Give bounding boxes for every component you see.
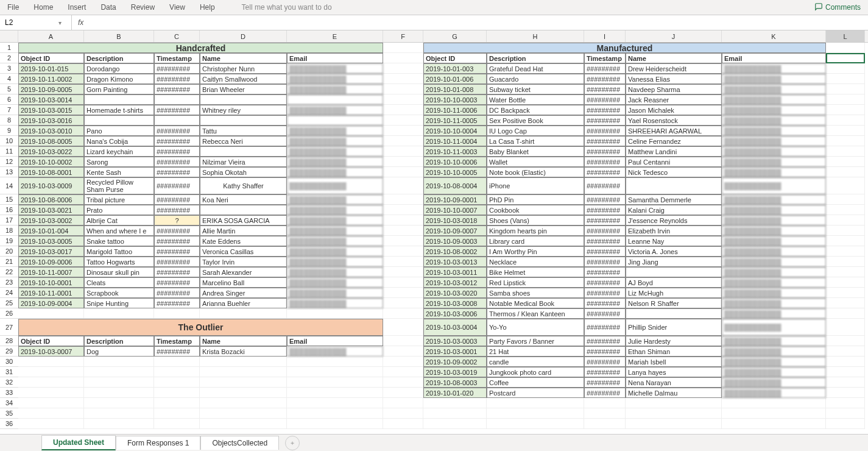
cell[interactable]: ████████████ (287, 136, 383, 146)
row-header[interactable]: 24 (0, 288, 18, 298)
cell[interactable]: 2019-10-03-0019 (423, 367, 487, 377)
cell[interactable] (287, 419, 383, 429)
row-header[interactable]: 26 (0, 308, 18, 319)
cell[interactable] (626, 267, 722, 277)
cell[interactable] (826, 388, 865, 398)
cell[interactable]: Caitlyn Smallwood (200, 74, 287, 84)
cell[interactable]: ######### (154, 346, 200, 357)
cell[interactable]: Taylor Irvin (200, 257, 287, 267)
cell[interactable] (826, 136, 865, 146)
cell[interactable] (487, 408, 584, 419)
cell[interactable]: ######### (154, 194, 200, 205)
add-sheet-button[interactable]: ＋ (285, 436, 300, 450)
cell[interactable]: ######### (154, 167, 200, 177)
cell[interactable] (826, 277, 865, 288)
cell[interactable] (287, 377, 383, 388)
cell[interactable]: Postcard (487, 388, 584, 398)
row-header[interactable]: 3 (0, 63, 18, 74)
cell[interactable] (826, 298, 865, 308)
cell[interactable] (383, 146, 423, 157)
cell[interactable] (826, 74, 865, 84)
cell[interactable] (826, 336, 865, 346)
cell[interactable]: ######### (154, 126, 200, 136)
cell[interactable] (18, 408, 84, 419)
cell[interactable]: ████████████ (722, 357, 826, 367)
cell[interactable]: Name (626, 53, 722, 63)
cell[interactable]: Nilzimar Vieira (200, 157, 287, 167)
cell[interactable] (826, 398, 865, 408)
cell[interactable]: ######### (584, 336, 626, 346)
row-header[interactable]: 12 (0, 157, 18, 167)
cell[interactable]: ████████████ (287, 205, 383, 215)
cell[interactable]: Julie Hardesty (626, 336, 722, 346)
col-header-C[interactable]: C (154, 30, 200, 42)
cell[interactable]: Rebecca Neri (200, 136, 287, 146)
row-header[interactable]: 33 (0, 388, 18, 398)
cell[interactable] (200, 377, 287, 388)
cell[interactable]: Albrije Cat (84, 215, 154, 226)
cell[interactable]: ████████████ (722, 126, 826, 136)
cell[interactable] (383, 105, 423, 115)
cell[interactable] (18, 419, 84, 429)
cell[interactable]: 2019-10-11-0005 (423, 115, 487, 126)
row-header[interactable]: 36 (0, 419, 18, 429)
row-header[interactable]: 31 (0, 367, 18, 377)
cell[interactable]: 21 Hat (487, 346, 584, 357)
cell[interactable]: Object ID (18, 336, 84, 346)
cell[interactable]: ######### (584, 277, 626, 288)
cell[interactable] (826, 246, 865, 257)
cell[interactable] (154, 357, 200, 367)
cell[interactable]: Sarong (84, 157, 154, 167)
cell[interactable]: Note book (Elastic) (487, 167, 584, 177)
cell[interactable] (584, 398, 626, 408)
cell[interactable]: Drew Heiderscheidt (626, 63, 722, 74)
row-header[interactable]: 7 (0, 105, 18, 115)
cell[interactable] (383, 94, 423, 105)
row-header[interactable]: 25 (0, 298, 18, 308)
cell[interactable]: Sarah Alexander (200, 267, 287, 277)
cell[interactable]: ████████████ (287, 63, 383, 74)
cell[interactable]: ████████████ (722, 277, 826, 288)
cell[interactable]: Navdeep Sharma (626, 84, 722, 94)
cell[interactable]: ████████████ (287, 126, 383, 136)
cell[interactable]: 2019-10-03-0005 (18, 236, 84, 246)
cell[interactable]: ████████████ (722, 257, 826, 267)
cell[interactable] (200, 398, 287, 408)
cell[interactable] (826, 84, 865, 94)
col-header-E[interactable]: E (287, 30, 383, 42)
cell[interactable] (200, 308, 287, 319)
cell[interactable]: Recycled Pillow Sham Purse (84, 177, 154, 194)
row-header[interactable]: 17 (0, 215, 18, 226)
cell[interactable]: Notable Medical Book (487, 298, 584, 308)
cell[interactable]: ######### (154, 298, 200, 308)
cell[interactable]: ######### (584, 298, 626, 308)
cell[interactable]: ######### (154, 63, 200, 74)
row-header[interactable]: 6 (0, 94, 18, 105)
row-header[interactable]: 23 (0, 277, 18, 288)
cell[interactable]: Kalani Craig (626, 205, 722, 215)
row-header[interactable]: 21 (0, 257, 18, 267)
cell[interactable] (383, 115, 423, 126)
cell[interactable] (826, 63, 865, 74)
cell[interactable] (287, 388, 383, 398)
cell[interactable]: ████████████ (722, 319, 826, 336)
cell[interactable]: IU Logo Cap (487, 126, 584, 136)
cell[interactable]: Yo-Yo (487, 319, 584, 336)
cell[interactable]: Vanessa Elias (626, 74, 722, 84)
cell[interactable] (626, 419, 722, 429)
cell[interactable]: 2019-10-03-0001 (423, 346, 487, 357)
cell[interactable] (287, 398, 383, 408)
cell[interactable]: 2019-10-01-006 (423, 74, 487, 84)
cell[interactable] (383, 367, 423, 377)
cell[interactable]: 2019-10-03-0010 (18, 126, 84, 136)
cell[interactable]: Sophia Okotah (200, 167, 287, 177)
cell[interactable]: SHREEHARI AGARWAL (626, 126, 722, 136)
cell[interactable] (383, 84, 423, 94)
cell[interactable] (84, 94, 154, 105)
cell[interactable] (200, 408, 287, 419)
cell[interactable]: ######### (154, 146, 200, 157)
name-box-input[interactable] (5, 18, 58, 27)
cell[interactable]: 2019-10-10-0002 (18, 157, 84, 167)
cell[interactable]: The Outlier (18, 319, 383, 336)
cell[interactable] (383, 74, 423, 84)
